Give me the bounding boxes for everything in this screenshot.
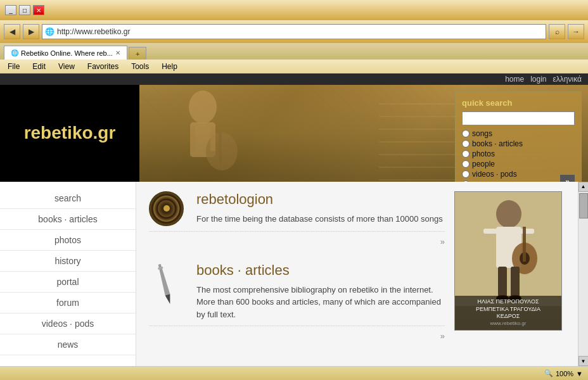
sidebar-item-search[interactable]: search bbox=[0, 188, 136, 209]
caption-line2: ΡΕΜΠΕΤΙΚΑ ΤΡΑΓΟΥΔΙΑ bbox=[457, 306, 559, 314]
pen-pencil-icon bbox=[149, 262, 181, 307]
boy-guitar-silhouette bbox=[152, 88, 279, 182]
site-header: rebetiko.gr bbox=[0, 85, 588, 182]
caption-line1: ΗΛΙΑΣ ΠΕΤΡΟΠΟΥΛΟΣ bbox=[457, 298, 559, 306]
sidebar-item-forum[interactable]: forum bbox=[0, 293, 136, 314]
language-link[interactable]: ελληνικά bbox=[553, 75, 582, 84]
menu-help[interactable]: Help bbox=[157, 61, 182, 72]
sidebar-item-books-articles[interactable]: books · articles bbox=[0, 209, 136, 230]
zoom-dropdown-icon[interactable]: ▼ bbox=[576, 370, 583, 377]
sidebar-item-photos[interactable]: photos bbox=[0, 230, 136, 251]
minimize-button[interactable]: _ bbox=[5, 5, 16, 15]
home-link[interactable]: home bbox=[505, 75, 524, 84]
radio-news[interactable] bbox=[462, 180, 470, 182]
caption-line3: ΚΕΔΡΟΣ bbox=[457, 313, 559, 320]
svg-point-0 bbox=[189, 91, 217, 124]
main-content: search books · articles photos history p… bbox=[0, 182, 588, 367]
sidebar-item-history[interactable]: history bbox=[0, 251, 136, 272]
radio-songs[interactable] bbox=[462, 130, 470, 137]
sidebar: search books · articles photos history p… bbox=[0, 182, 136, 367]
tab-close-button[interactable]: ✕ bbox=[115, 49, 120, 56]
section-books-with-icon: books · articles The most comprehensive … bbox=[149, 262, 445, 321]
books-more: » bbox=[149, 331, 445, 341]
sidebar-item-videos-pods[interactable]: videos · pods bbox=[0, 314, 136, 334]
option-photos[interactable]: photos bbox=[462, 149, 575, 158]
browser-window: _ □ ✕ ◀ ▶ 🌐 http://www.rebetiko.gr ⌕ → 🌐… bbox=[0, 0, 588, 380]
svg-rect-5 bbox=[210, 126, 215, 151]
website-content: home login ελληνικά rebetiko.gr bbox=[0, 73, 588, 366]
svg-rect-3 bbox=[219, 132, 222, 164]
scroll-down-button[interactable]: ▼ bbox=[578, 356, 589, 366]
vinyl-record-icon bbox=[149, 191, 184, 226]
go-button[interactable]: → bbox=[568, 24, 584, 39]
scroll-track[interactable] bbox=[578, 192, 589, 357]
vinyl-icon-container bbox=[149, 191, 187, 226]
address-bar[interactable]: 🌐 http://www.rebetiko.gr bbox=[42, 24, 546, 39]
scrollbar: ▲ ▼ bbox=[578, 182, 588, 367]
radio-photos[interactable] bbox=[462, 150, 470, 158]
option-people[interactable]: people bbox=[462, 160, 575, 168]
zoom-icon: 🔍 bbox=[544, 369, 553, 377]
search-button[interactable]: ⌕ bbox=[549, 24, 565, 39]
pen-icon-container bbox=[149, 262, 187, 321]
books-body: The most comprehensive bibliography on r… bbox=[196, 284, 445, 321]
title-bar: _ □ ✕ bbox=[0, 0, 588, 20]
menu-edit[interactable]: Edit bbox=[27, 61, 51, 72]
svg-rect-26 bbox=[511, 267, 520, 298]
option-books-articles[interactable]: books · articles bbox=[462, 139, 575, 148]
ssl-icon: 🌐 bbox=[45, 27, 54, 36]
option-videos-pods[interactable]: videos · pods bbox=[462, 170, 575, 179]
site-logo: rebetiko.gr bbox=[0, 85, 139, 182]
active-tab[interactable]: 🌐 Rebetiko Online. Where reb... ✕ bbox=[4, 46, 127, 60]
rebetologion-body: For the time being the database consists… bbox=[196, 213, 443, 225]
sidebar-item-portal[interactable]: portal bbox=[0, 272, 136, 293]
url-text: http://www.rebetiko.gr bbox=[57, 27, 130, 36]
svg-rect-4 bbox=[190, 126, 195, 151]
scroll-thumb[interactable] bbox=[579, 193, 588, 218]
option-news[interactable]: news bbox=[462, 180, 575, 182]
maximize-button[interactable]: □ bbox=[19, 5, 30, 15]
radio-books-articles[interactable] bbox=[462, 140, 470, 148]
section-books-text: books · articles The most comprehensive … bbox=[196, 262, 445, 321]
section-rebetologion-text: rebetologion For the time being the data… bbox=[196, 191, 443, 226]
search-options: songs books · articles photos peopl bbox=[462, 129, 575, 182]
featured-photo: ΗΛΙΑΣ ΠΕΤΡΟΠΟΥΛΟΣ ΡΕΜΠΕΤΙΚΑ ΤΡΑΓΟΥΔΙΑ ΚΕ… bbox=[454, 191, 562, 331]
books-more-link[interactable]: » bbox=[440, 331, 445, 341]
rebetologion-more-link[interactable]: » bbox=[440, 237, 445, 246]
search-go-button[interactable]: » bbox=[560, 175, 575, 182]
section-divider-2 bbox=[149, 326, 445, 326]
svg-rect-20 bbox=[483, 229, 497, 234]
tab-bar: 🌐 Rebetiko Online. Where reb... ✕ + bbox=[0, 43, 588, 60]
top-navigation: home login ελληνικά bbox=[0, 73, 588, 85]
option-songs[interactable]: songs bbox=[462, 129, 575, 138]
person-photo bbox=[455, 192, 561, 306]
new-tab[interactable]: + bbox=[129, 47, 146, 60]
login-link[interactable]: login bbox=[530, 75, 546, 84]
window-controls: _ □ ✕ bbox=[5, 5, 44, 15]
svg-rect-24 bbox=[523, 227, 526, 262]
sidebar-item-news[interactable]: news bbox=[0, 334, 136, 355]
pen-svg bbox=[147, 261, 182, 307]
menu-tools[interactable]: Tools bbox=[126, 61, 154, 72]
books-title: books · articles bbox=[196, 262, 445, 279]
rebetologion-title: rebetologion bbox=[196, 191, 443, 208]
section-books-articles: books · articles The most comprehensive … bbox=[149, 262, 445, 341]
svg-marker-14 bbox=[165, 294, 173, 305]
menu-view[interactable]: View bbox=[53, 61, 80, 72]
forward-button[interactable]: ▶ bbox=[23, 24, 39, 39]
content-sidebar: ΗΛΙΑΣ ΠΕΤΡΟΠΟΥΛΟΣ ΡΕΜΠΕΤΙΚΑ ΤΡΑΓΟΥΔΙΑ ΚΕ… bbox=[454, 191, 565, 357]
nav-bar: ◀ ▶ 🌐 http://www.rebetiko.gr ⌕ → bbox=[0, 20, 588, 43]
radio-people[interactable] bbox=[462, 160, 470, 168]
menu-bar: File Edit View Favorites Tools Help bbox=[0, 60, 588, 73]
tab-favicon: 🌐 bbox=[11, 49, 18, 56]
content-area: rebetologion For the time being the data… bbox=[136, 182, 578, 367]
close-button[interactable]: ✕ bbox=[33, 5, 44, 15]
quick-search-input[interactable] bbox=[462, 111, 575, 125]
scroll-up-button[interactable]: ▲ bbox=[578, 182, 589, 192]
svg-rect-25 bbox=[498, 267, 507, 298]
header-image: quick search songs books · articles bbox=[139, 85, 588, 182]
radio-videos-pods[interactable] bbox=[462, 170, 470, 178]
back-button[interactable]: ◀ bbox=[4, 24, 20, 39]
menu-favorites[interactable]: Favorites bbox=[82, 61, 124, 72]
menu-file[interactable]: File bbox=[3, 61, 25, 72]
